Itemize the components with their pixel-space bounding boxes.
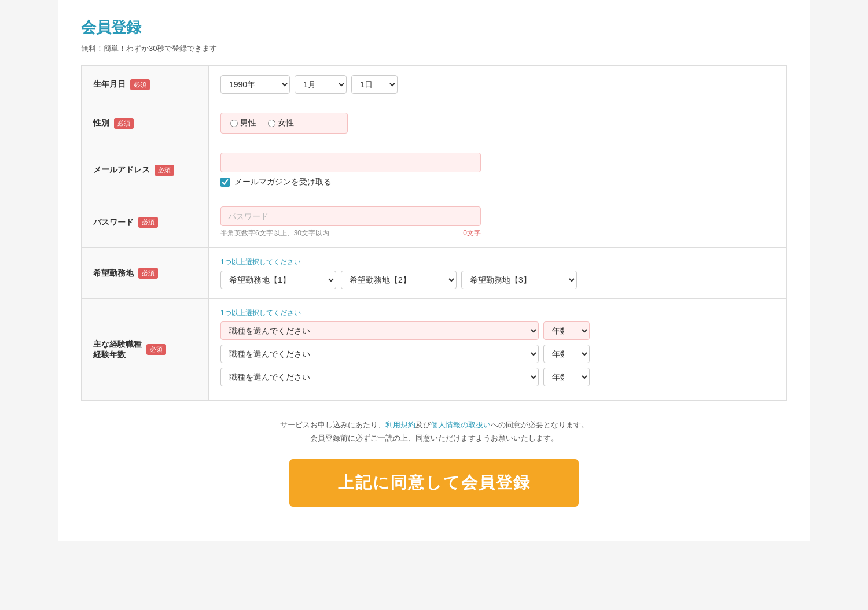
registration-form: 生年月日 必須 1990年 1989年 1988年 1985年 1980年 19… [81, 65, 787, 401]
location-select-3[interactable]: 希望勤務地【3】 東京都 大阪府 神奈川県 [461, 271, 577, 289]
birthdate-row: 生年月日 必須 1990年 1989年 1988年 1985年 1980年 19… [82, 66, 787, 103]
gender-female-option[interactable]: 女性 [268, 118, 294, 128]
gender-label-cell: 性別 必須 [82, 103, 209, 143]
footer-note-3: への同意が必要となります。 [491, 420, 589, 429]
job-label-cell: 主な経験職種経験年数 必須 [82, 299, 209, 401]
job-select-2[interactable]: 職種を選んでください 営業 エンジニア デザイナー [220, 345, 539, 363]
email-row: メールアドレス 必須 メールマガジンを受け取る [82, 143, 787, 197]
years-select-1[interactable]: 年数 1年 2年 3年 5年 10年以上 [543, 321, 590, 340]
newsletter-label: メールマガジンを受け取る [234, 177, 332, 187]
privacy-link[interactable]: 個人情報の取扱い [431, 420, 491, 429]
email-input[interactable] [220, 153, 481, 172]
location-input-cell: 1つ以上選択してください 希望勤務地【1】 東京都 大阪府 神奈川県 愛知県 希… [209, 248, 787, 299]
birthdate-label-cell: 生年月日 必須 [82, 66, 209, 103]
gender-required: 必須 [114, 118, 134, 129]
email-label: メールアドレス [93, 165, 150, 175]
job-input-cell: 1つ以上選択してください 職種を選んでください 営業 エンジニア デザイナー マ… [209, 299, 787, 401]
password-row: パスワード 必須 半角英数字6文字以上、30文字以内 0文字 [82, 197, 787, 248]
job-row-1: 職種を選んでください 営業 エンジニア デザイナー マーケティング 年数 1年 … [220, 321, 775, 340]
month-select[interactable]: 1月 2月 3月 4月 5月 6月 7月 8月 9月 10月 11月 12月 [295, 75, 347, 94]
password-hint-row: 半角英数字6文字以上、30文字以内 0文字 [220, 228, 481, 238]
birthdate-input-cell: 1990年 1989年 1988年 1985年 1980年 1975年 1970… [209, 66, 787, 103]
footer-note: サービスお申し込みにあたり、利用規約及び個人情報の取扱いへの同意が必要となります… [81, 418, 787, 445]
location-row: 希望勤務地 必須 1つ以上選択してください 希望勤務地【1】 東京都 大阪府 神… [82, 248, 787, 299]
year-select[interactable]: 1990年 1989年 1988年 1985年 1980年 1975年 1970… [220, 75, 290, 94]
password-hint-text: 半角英数字6文字以上、30文字以内 [220, 228, 329, 238]
job-row-3: 職種を選んでください 営業 エンジニア デザイナー 年数 1年 2年 3年 5年… [220, 368, 775, 386]
job-select-3[interactable]: 職種を選んでください 営業 エンジニア デザイナー [220, 368, 539, 386]
location-hint: 1つ以上選択してください [220, 257, 775, 267]
page-title: 会員登録 [81, 17, 787, 38]
gender-female-label: 女性 [278, 118, 294, 128]
years-select-2[interactable]: 年数 1年 2年 3年 5年 10年以上 [543, 345, 590, 363]
password-label: パスワード [93, 217, 134, 228]
location-label-cell: 希望勤務地 必須 [82, 248, 209, 299]
footer-note-4: 会員登録前に必ずご一読の上、同意いただけますようお願いいたします。 [81, 431, 787, 445]
password-input-cell: 半角英数字6文字以上、30文字以内 0文字 [209, 197, 787, 248]
gender-male-radio[interactable] [230, 120, 238, 127]
gender-input-cell: 男性 女性 [209, 103, 787, 143]
location-label: 希望勤務地 [93, 268, 134, 279]
page-subtitle: 無料！簡単！わずか30秒で登録できます [81, 43, 787, 54]
years-select-3[interactable]: 年数 1年 2年 3年 5年 10年以上 [543, 368, 590, 386]
job-row: 主な経験職種経験年数 必須 1つ以上選択してください 職種を選んでください 営業… [82, 299, 787, 401]
location-required: 必須 [138, 268, 158, 279]
email-input-cell: メールマガジンを受け取る [209, 143, 787, 197]
job-select-1[interactable]: 職種を選んでください 営業 エンジニア デザイナー マーケティング [220, 321, 539, 340]
day-select[interactable]: 1日 2日 3日 5日 10日 15日 20日 25日 28日 30日 31日 [351, 75, 398, 94]
newsletter-row: メールマガジンを受け取る [220, 177, 775, 187]
job-label: 主な経験職種経験年数 [93, 339, 142, 360]
job-required: 必須 [146, 344, 166, 355]
email-label-cell: メールアドレス 必須 [82, 143, 209, 197]
location-select-1[interactable]: 希望勤務地【1】 東京都 大阪府 神奈川県 愛知県 [220, 271, 336, 289]
terms-link[interactable]: 利用規約 [385, 420, 415, 429]
newsletter-checkbox[interactable] [220, 178, 230, 187]
password-input[interactable] [220, 206, 481, 226]
footer-note-1: サービスお申し込みにあたり、 [280, 420, 385, 429]
password-char-count: 0文字 [463, 228, 481, 238]
job-row-2: 職種を選んでください 営業 エンジニア デザイナー 年数 1年 2年 3年 5年… [220, 345, 775, 363]
location-selects: 希望勤務地【1】 東京都 大阪府 神奈川県 愛知県 希望勤務地【2】 東京都 大… [220, 271, 775, 289]
password-required: 必須 [138, 217, 158, 228]
gender-label: 性別 [93, 118, 109, 128]
gender-options: 男性 女性 [220, 113, 348, 134]
footer-note-2: 及び [415, 420, 431, 429]
gender-male-option[interactable]: 男性 [230, 118, 256, 128]
job-hint: 1つ以上選択してください [220, 308, 775, 318]
submit-button[interactable]: 上記に同意して会員登録 [289, 459, 579, 507]
birthdate-label: 生年月日 [93, 79, 126, 90]
gender-row: 性別 必須 男性 女性 [82, 103, 787, 143]
location-select-2[interactable]: 希望勤務地【2】 東京都 大阪府 神奈川県 [341, 271, 457, 289]
gender-female-radio[interactable] [268, 120, 275, 127]
password-label-cell: パスワード 必須 [82, 197, 209, 248]
email-required: 必須 [155, 165, 174, 176]
birthdate-required: 必須 [130, 79, 150, 90]
gender-male-label: 男性 [240, 118, 256, 128]
